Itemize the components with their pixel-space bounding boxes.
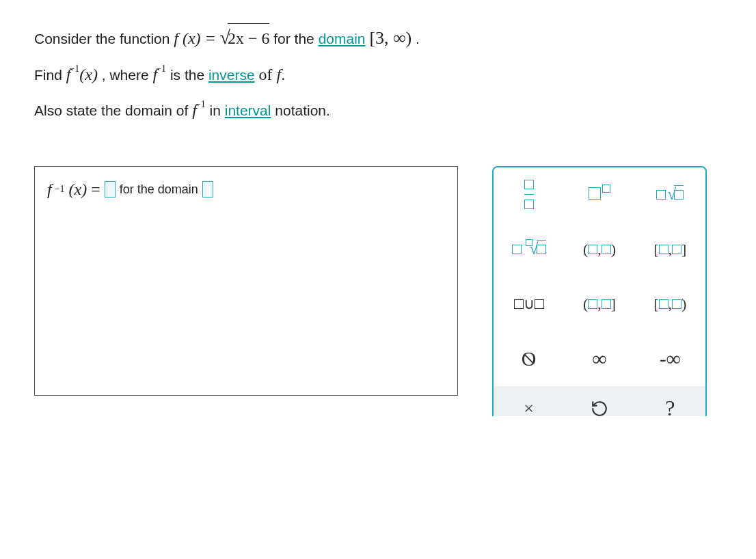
domain-link[interactable]: domain bbox=[319, 31, 366, 46]
text: is the bbox=[170, 67, 208, 83]
text: , where bbox=[102, 67, 153, 83]
neg1: −1 bbox=[195, 99, 206, 109]
key-help[interactable]: ? bbox=[635, 386, 705, 416]
key-sqrt[interactable]: √ bbox=[635, 167, 705, 222]
key-closed-closed-interval[interactable]: [,] bbox=[635, 222, 705, 277]
domain-interval: [3, ∞) bbox=[369, 28, 411, 48]
key-open-open-interval[interactable]: (,) bbox=[564, 222, 634, 277]
empty-set-icon: O bbox=[522, 347, 537, 370]
x-paren: (x) bbox=[69, 180, 87, 199]
neg1: −1 bbox=[156, 64, 166, 74]
text: for the bbox=[273, 31, 318, 46]
problem-line-2: Find f−1(x) , where f−1 is the inverse o… bbox=[34, 60, 722, 90]
text: Consider the function bbox=[34, 31, 174, 46]
answer-line: f−1 (x) = for the domain bbox=[47, 180, 445, 199]
key-exponent[interactable] bbox=[564, 167, 634, 222]
inverse-link[interactable]: inverse bbox=[208, 67, 255, 83]
problem-line-1: Consider the function f (x) = √2x − 6 fo… bbox=[34, 21, 722, 55]
key-open-closed-interval[interactable]: (,] bbox=[564, 277, 634, 331]
text: in bbox=[210, 103, 225, 118]
text: notation. bbox=[275, 103, 330, 118]
answer-input-expression[interactable] bbox=[105, 181, 116, 197]
key-undo[interactable] bbox=[564, 386, 634, 416]
problem-line-3: Also state the domain of f−1 in interval… bbox=[34, 96, 722, 125]
key-fraction[interactable] bbox=[494, 167, 564, 222]
sqrt-arg: 2x − 6 bbox=[228, 23, 270, 53]
for-domain-label: for the domain bbox=[120, 182, 198, 197]
answer-box: f−1 (x) = for the domain bbox=[34, 166, 458, 396]
key-neg-infinity[interactable]: -∞ bbox=[635, 331, 705, 386]
equals: = bbox=[204, 29, 215, 47]
text: Find bbox=[34, 67, 66, 83]
equals: = bbox=[91, 180, 100, 199]
neg1: −1 bbox=[69, 64, 79, 74]
key-closed-open-interval[interactable]: [,) bbox=[635, 277, 705, 331]
key-union[interactable]: ∪ bbox=[494, 277, 564, 331]
key-clear[interactable]: × bbox=[494, 386, 564, 416]
f: f bbox=[47, 180, 52, 199]
of-f: of f. bbox=[258, 66, 285, 83]
text: Also state the domain of bbox=[34, 103, 192, 118]
x-paren: (x) bbox=[79, 66, 98, 83]
key-infinity[interactable]: ∞ bbox=[564, 331, 634, 386]
fx: f (x) bbox=[174, 29, 200, 47]
period: . bbox=[416, 31, 420, 46]
key-empty-set[interactable]: O bbox=[494, 331, 564, 386]
neg1: −1 bbox=[55, 184, 65, 195]
sqrt-expression: √2x − 6 bbox=[220, 21, 270, 55]
answer-input-domain[interactable] bbox=[202, 181, 213, 197]
key-nth-root[interactable]: √ bbox=[494, 222, 564, 277]
keypad: √ √ (,) [,] ∪ (,] [,) O bbox=[492, 166, 707, 416]
undo-icon bbox=[591, 400, 608, 416]
interval-link[interactable]: interval bbox=[225, 103, 271, 118]
